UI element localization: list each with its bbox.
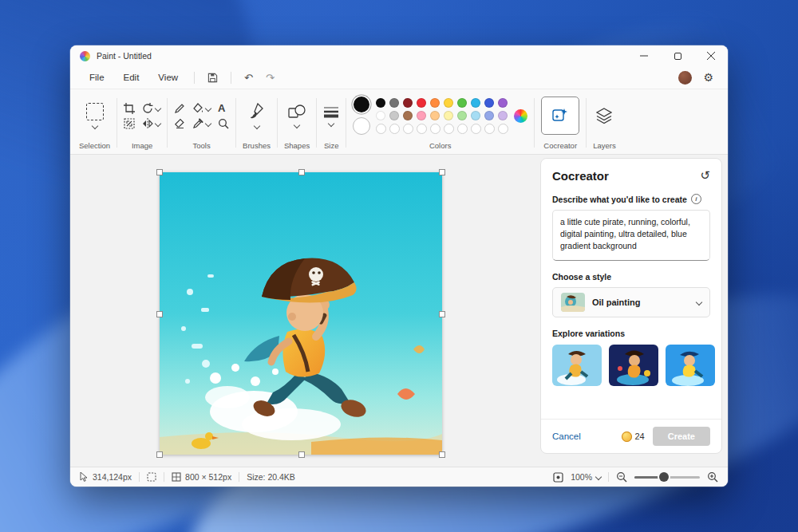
magnifier-tool-button[interactable] [218,118,229,129]
edit-colors-wheel-icon[interactable] [514,109,527,123]
crop-button[interactable] [124,103,135,114]
eraser-tool-button[interactable] [174,118,185,129]
palette-color[interactable] [444,111,453,120]
palette-color[interactable] [389,98,399,108]
palette-color[interactable] [484,98,494,108]
custom-color-slot[interactable] [389,124,400,134]
palette-color[interactable] [484,111,494,120]
custom-color-slot[interactable] [417,124,427,134]
shapes-button[interactable] [288,104,306,128]
zoom-level-dropdown[interactable]: 100% [571,472,601,482]
color-picker-tool-button[interactable] [192,118,211,129]
group-label-colors: Colors [429,140,451,154]
resize-handle[interactable] [298,451,305,458]
zoom-out-icon[interactable] [616,471,627,483]
palette-color[interactable] [471,98,480,108]
palette-color[interactable] [403,111,413,120]
palette-color[interactable] [376,111,385,120]
style-dropdown[interactable]: Oil painting [552,287,710,317]
palette-color[interactable] [498,98,508,108]
palette-color[interactable] [457,98,467,108]
group-label-tools: Tools [193,140,211,154]
brushes-button[interactable] [250,103,264,128]
zoom-in-icon[interactable] [707,471,718,483]
window-title: Paint - Untitled [97,51,152,61]
maximize-button[interactable] [661,45,694,66]
primary-color-swatch[interactable] [354,97,369,112]
resize-handle[interactable] [156,311,163,317]
group-divider [167,98,168,148]
fit-to-screen-icon[interactable] [553,472,563,483]
custom-color-slot[interactable] [444,124,454,134]
minimize-button[interactable] [627,45,661,66]
custom-color-slot[interactable] [376,124,386,134]
palette-color[interactable] [498,111,508,120]
pencil-tool-button[interactable] [174,103,185,114]
resize-button[interactable] [124,118,135,129]
palette-color[interactable] [417,98,426,108]
status-divider [164,472,164,482]
style-selected-value: Oil painting [592,298,689,307]
status-divider [139,472,140,482]
text-tool-button[interactable]: A [218,102,229,114]
palette-color[interactable] [403,98,413,108]
selection-rect-icon [86,103,104,120]
custom-color-slot[interactable] [430,124,440,134]
cancel-button[interactable]: Cancel [552,432,581,441]
fill-tool-button[interactable] [192,103,211,114]
resize-handle[interactable] [439,169,445,175]
undo-icon[interactable]: ↶ [238,70,259,85]
menu-view[interactable]: View [148,69,188,85]
custom-color-slot[interactable] [484,124,495,134]
group-divider [316,98,317,148]
close-button[interactable] [694,45,728,66]
zoom-slider-thumb[interactable] [659,472,669,482]
variation-thumbnail-3[interactable] [666,345,715,386]
custom-color-slot[interactable] [498,124,508,134]
size-button[interactable] [323,105,339,126]
group-label-selection: Selection [79,140,110,154]
info-icon[interactable]: i [691,194,701,204]
selection-tool-button[interactable] [86,103,104,128]
layers-button[interactable] [595,107,613,124]
zoom-slider[interactable] [634,476,700,479]
menu-file[interactable]: File [80,69,114,85]
custom-color-slot[interactable] [457,124,468,134]
resize-handle[interactable] [439,311,445,317]
flip-button[interactable] [142,118,160,129]
secondary-color-swatch[interactable] [353,117,370,135]
menu-edit[interactable]: Edit [114,69,149,85]
group-divider [346,98,346,148]
chevron-down-icon [91,123,97,129]
palette-color[interactable] [471,111,480,120]
cocreator-button[interactable] [541,97,579,135]
palette-color[interactable] [444,98,453,108]
palette-color[interactable] [417,111,426,120]
custom-color-slot[interactable] [403,124,413,134]
canvas[interactable] [160,172,442,455]
palette-color[interactable] [430,111,440,120]
resize-handle[interactable] [439,451,445,458]
variation-thumbnail-2[interactable] [609,345,658,386]
history-icon[interactable]: ↺ [700,168,710,183]
variation-thumbnail-1[interactable] [552,345,602,386]
redo-icon[interactable]: ↷ [259,70,281,85]
rotate-button[interactable] [142,103,160,114]
account-avatar[interactable] [678,71,692,85]
palette-color[interactable] [430,98,440,108]
group-image: Image [118,92,166,154]
prompt-input[interactable]: a little cute pirate, running, colorful,… [552,210,710,261]
custom-color-slot[interactable] [471,124,481,134]
cursor-position: 314,124px [80,472,132,482]
palette-color[interactable] [457,111,467,120]
group-layers: Layers [587,92,622,154]
palette-color[interactable] [376,98,385,108]
resize-handle[interactable] [156,169,163,175]
resize-handle[interactable] [298,169,305,175]
panel-title: Cocreator [552,169,609,183]
save-icon[interactable] [201,71,224,85]
palette-color[interactable] [389,111,399,120]
resize-handle[interactable] [156,451,163,458]
settings-gear-icon[interactable]: ⚙ [703,71,713,84]
create-button[interactable]: Create [653,427,710,446]
